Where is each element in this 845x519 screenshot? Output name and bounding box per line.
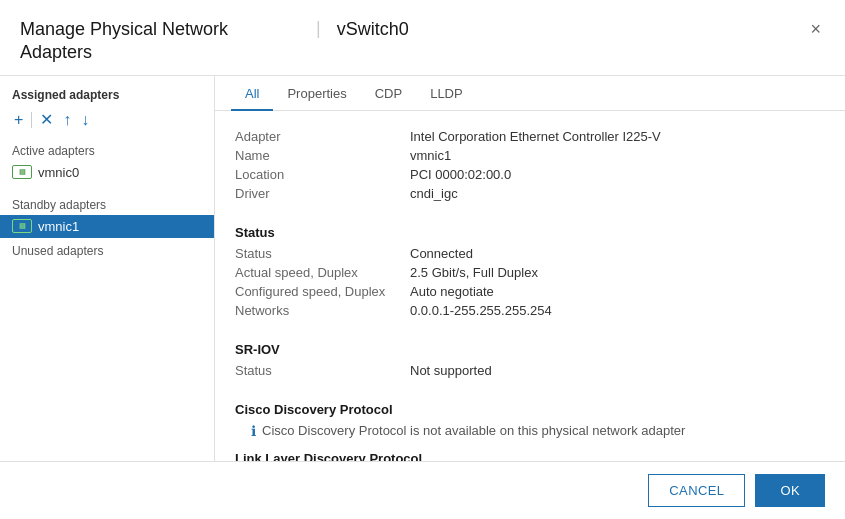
lldp-section-header: Link Layer Discovery Protocol: [235, 441, 825, 461]
assigned-adapters-label: Assigned adapters: [0, 88, 214, 106]
driver-row: Driver cndi_igc: [235, 184, 825, 203]
status-table: Status Connected Actual speed, Duplex 2.…: [235, 244, 825, 320]
adapter-name-vmnic0: vmnic0: [38, 165, 79, 180]
actual-speed-value: 2.5 Gbit/s, Full Duplex: [410, 263, 825, 282]
left-panel: Assigned adapters + ✕ ↑ ↓ Active adapter…: [0, 76, 215, 461]
actual-speed-row: Actual speed, Duplex 2.5 Gbit/s, Full Du…: [235, 263, 825, 282]
manage-physical-network-adapters-dialog: Manage Physical Network Adapters | vSwit…: [0, 0, 845, 519]
tab-all[interactable]: All: [231, 76, 273, 111]
close-button[interactable]: ×: [806, 18, 825, 40]
tab-lldp[interactable]: LLDP: [416, 76, 477, 111]
sriov-status-value: Not supported: [410, 361, 825, 380]
location-prop-value: PCI 0000:02:00.0: [410, 165, 825, 184]
toolbar-divider: [31, 112, 32, 128]
status-row: Status Connected: [235, 244, 825, 263]
adapter-name-vmnic1: vmnic1: [38, 219, 79, 234]
actual-speed-label: Actual speed, Duplex: [235, 263, 410, 282]
active-adapters-label: Active adapters: [0, 138, 214, 161]
location-row: Location PCI 0000:02:00.0: [235, 165, 825, 184]
adapter-prop-label: Adapter: [235, 127, 410, 146]
sriov-section-header: SR-IOV: [235, 332, 825, 361]
adapter-icon-vmnic1: ▤: [12, 219, 32, 233]
standby-adapters-label: Standby adapters: [0, 192, 214, 215]
configured-speed-value: Auto negotiate: [410, 282, 825, 301]
sriov-status-label: Status: [235, 361, 410, 380]
status-value: Connected: [410, 244, 825, 263]
dialog-title: Manage Physical Network Adapters: [20, 18, 300, 65]
adapter-item-vmnic0[interactable]: ▤ vmnic0: [0, 161, 214, 184]
location-prop-label: Location: [235, 165, 410, 184]
sriov-status-row: Status Not supported: [235, 361, 825, 380]
networks-label: Networks: [235, 301, 410, 320]
move-up-button[interactable]: ↑: [61, 110, 73, 130]
tabs-bar: All Properties CDP LLDP: [215, 76, 845, 111]
driver-prop-label: Driver: [235, 184, 410, 203]
adapter-row: Adapter Intel Corporation Ethernet Contr…: [235, 127, 825, 146]
tab-cdp[interactable]: CDP: [361, 76, 416, 111]
remove-adapter-button[interactable]: ✕: [38, 110, 55, 130]
toolbar: + ✕ ↑ ↓: [0, 106, 214, 138]
name-prop-value: vmnic1: [410, 146, 825, 165]
adapter-prop-value: Intel Corporation Ethernet Controller I2…: [410, 127, 825, 146]
move-down-button[interactable]: ↓: [79, 110, 91, 130]
add-adapter-button[interactable]: +: [12, 110, 25, 130]
adapter-icon-vmnic0: ▤: [12, 165, 32, 179]
adapter-properties-table: Adapter Intel Corporation Ethernet Contr…: [235, 127, 825, 203]
title-separator: |: [316, 18, 321, 39]
dialog-subtitle: vSwitch0: [337, 18, 409, 41]
cdp-note: ℹ Cisco Discovery Protocol is not availa…: [235, 421, 825, 441]
cdp-note-text: Cisco Discovery Protocol is not availabl…: [262, 423, 685, 438]
info-icon: ℹ: [251, 423, 256, 439]
networks-row: Networks 0.0.0.1-255.255.255.254: [235, 301, 825, 320]
networks-value: 0.0.0.1-255.255.255.254: [410, 301, 825, 320]
adapter-item-vmnic1[interactable]: ▤ vmnic1: [0, 215, 214, 238]
configured-speed-label: Configured speed, Duplex: [235, 282, 410, 301]
right-panel: All Properties CDP LLDP Adapter Intel Co…: [215, 76, 845, 461]
dialog-body: Assigned adapters + ✕ ↑ ↓ Active adapter…: [0, 76, 845, 461]
status-label: Status: [235, 244, 410, 263]
content-area: Adapter Intel Corporation Ethernet Contr…: [215, 111, 845, 461]
name-prop-label: Name: [235, 146, 410, 165]
dialog-title-area: Manage Physical Network Adapters | vSwit…: [20, 18, 409, 65]
cdp-section-header: Cisco Discovery Protocol: [235, 392, 825, 421]
name-row: Name vmnic1: [235, 146, 825, 165]
unused-adapters-label: Unused adapters: [0, 238, 214, 261]
cancel-button[interactable]: CANCEL: [648, 474, 745, 507]
driver-prop-value: cndi_igc: [410, 184, 825, 203]
ok-button[interactable]: OK: [755, 474, 825, 507]
sriov-table: Status Not supported: [235, 361, 825, 380]
dialog-footer: CANCEL OK: [0, 461, 845, 519]
tab-properties[interactable]: Properties: [273, 76, 360, 111]
dialog-header: Manage Physical Network Adapters | vSwit…: [0, 0, 845, 76]
configured-speed-row: Configured speed, Duplex Auto negotiate: [235, 282, 825, 301]
status-section-header: Status: [235, 215, 825, 244]
